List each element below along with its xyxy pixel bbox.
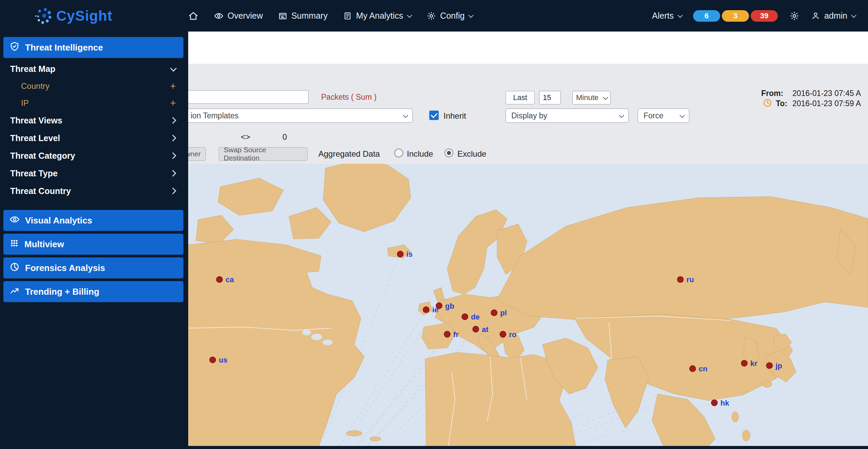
alert-badge-warning[interactable]: 3 [722, 10, 749, 22]
grid-icon [9, 238, 19, 250]
sidebar-item-threat-type[interactable]: Threat Type [0, 164, 188, 182]
inherit-label: Inherit [443, 111, 466, 121]
shield-icon [9, 41, 20, 54]
last-button[interactable]: Last [506, 91, 535, 104]
nav-summary-label: Summary [291, 11, 328, 21]
threat-dot-fr[interactable] [444, 331, 450, 337]
chevron-down-icon [679, 113, 685, 118]
compare-operator[interactable]: <> [241, 132, 250, 142]
display-by-value: Display by [511, 111, 547, 120]
chevron-down-icon [170, 65, 177, 72]
threat-map-label: Threat Map [10, 64, 55, 74]
chevron-down-icon [851, 13, 856, 18]
aggregated-data-label: Aggregated Data [318, 149, 380, 159]
sidebar-threat-intelligence-button[interactable]: Threat Intelligence [3, 37, 183, 58]
eye-icon [214, 11, 223, 21]
threat-dot-hk[interactable] [711, 400, 717, 406]
nav-overview[interactable]: Overview [214, 11, 263, 21]
threat-dot-ru[interactable] [677, 276, 684, 282]
nav-config[interactable]: Config [427, 11, 472, 21]
multiview-label: Multiview [24, 239, 64, 250]
interval-value-input[interactable] [539, 91, 561, 104]
app-root: CySight Overview Summary [0, 0, 868, 449]
from-label: From: [761, 89, 783, 98]
chevron-right-icon [170, 188, 176, 194]
interval-unit-select[interactable]: Minute [572, 91, 611, 104]
sidebar-trending-billing-button[interactable]: Trending + Billing [3, 281, 183, 302]
threat-dot-at[interactable] [473, 326, 479, 332]
nav-my-analytics-label: My Analytics [356, 11, 403, 21]
alerts-label: Alerts [652, 11, 674, 21]
user-name: admin [824, 11, 847, 21]
threat-views-label: Threat Views [10, 116, 62, 125]
threat-category-label: Threat Category [10, 151, 75, 161]
include-radio[interactable] [394, 149, 403, 157]
threat-world-map[interactable]: iscarugbiepldeatfrrouscnkrjphk [188, 164, 868, 446]
display-by-select[interactable]: Display by [506, 109, 629, 123]
user-menu[interactable]: admin [811, 11, 855, 21]
threat-dot-label: cn [699, 365, 708, 373]
sidebar-item-threat-level[interactable]: Threat Level [0, 129, 188, 147]
threat-dot-label: us [219, 356, 228, 364]
brand-logo-icon [34, 6, 52, 26]
inherit-checkbox[interactable] [429, 111, 439, 120]
visual-analytics-label: Visual Analytics [25, 215, 92, 226]
forensics-icon [9, 262, 20, 274]
threat-dot-us[interactable] [210, 357, 216, 363]
clock-icon [763, 98, 772, 109]
sidebar-item-threat-country[interactable]: Threat Country [0, 182, 188, 200]
sidebar-item-country[interactable]: Country + [0, 78, 188, 95]
templates-select-value: ion Templates [191, 111, 239, 120]
sidebar-item-threat-views[interactable]: Threat Views [0, 112, 188, 129]
document-icon [343, 12, 352, 20]
sidebar-forensics-analysis-button[interactable]: Forensics Analysis [3, 257, 183, 278]
brand-name: CySight [56, 8, 113, 24]
threat-dot-pl[interactable] [491, 310, 497, 316]
threat-dot-ro[interactable] [500, 331, 506, 337]
threat-type-label: Threat Type [10, 169, 58, 178]
sidebar-item-threat-map[interactable]: Threat Map [0, 60, 188, 78]
to-label: To: [776, 99, 787, 108]
threat-dot-ca[interactable] [216, 276, 222, 282]
threat-intelligence-label: Threat Intelligence [25, 42, 103, 53]
chevron-down-icon [603, 95, 608, 100]
gear-icon [789, 11, 800, 21]
nav-config-label: Config [440, 11, 465, 21]
swap-source-destination-button[interactable]: Swap Source Destination [219, 147, 308, 161]
threat-dot-label: is [407, 250, 413, 258]
chevron-down-icon [403, 113, 408, 118]
navbar-right: Alerts 6 3 39 admin [652, 10, 868, 22]
threat-dot-jp[interactable] [766, 363, 772, 369]
threat-dot-is[interactable] [397, 251, 403, 257]
threat-dot-kr[interactable] [741, 360, 747, 366]
settings-button[interactable] [789, 11, 800, 21]
force-select-value: Force [644, 111, 664, 120]
brand-logo[interactable]: CySight [0, 6, 188, 26]
nav-my-analytics[interactable]: My Analytics [343, 11, 411, 21]
metric-link[interactable]: Packets ( Sum ) [321, 93, 377, 102]
threat-dot-de[interactable] [462, 314, 468, 320]
alert-badge-info[interactable]: 6 [693, 10, 720, 22]
sidebar-visual-analytics-button[interactable]: Visual Analytics [3, 210, 183, 231]
nav-summary[interactable]: Summary [278, 11, 328, 21]
sidebar-item-ip[interactable]: IP + [0, 95, 188, 112]
exclude-radio[interactable] [445, 149, 453, 157]
force-select[interactable]: Force [638, 109, 689, 123]
include-label: Include [407, 149, 433, 159]
radio-dot [447, 151, 451, 155]
threat-dot-cn[interactable] [690, 366, 696, 372]
threat-dot-ie[interactable] [423, 307, 429, 313]
templates-select[interactable]: ion Templates [185, 109, 413, 123]
threat-dot-label: gb [445, 302, 454, 310]
navbar-items: Overview Summary My Analytics Config [188, 11, 472, 21]
sidebar-item-threat-category[interactable]: Threat Category [0, 147, 188, 164]
alert-badge-critical[interactable]: 39 [751, 10, 778, 22]
plus-icon[interactable]: + [170, 98, 176, 108]
nav-home[interactable] [188, 11, 198, 21]
home-icon [188, 11, 198, 21]
chevron-right-icon [170, 152, 176, 159]
alerts-menu[interactable]: Alerts [652, 11, 682, 21]
chevron-down-icon [468, 13, 474, 18]
plus-icon[interactable]: + [170, 81, 176, 91]
sidebar-multiview-button[interactable]: Multiview [3, 234, 183, 255]
